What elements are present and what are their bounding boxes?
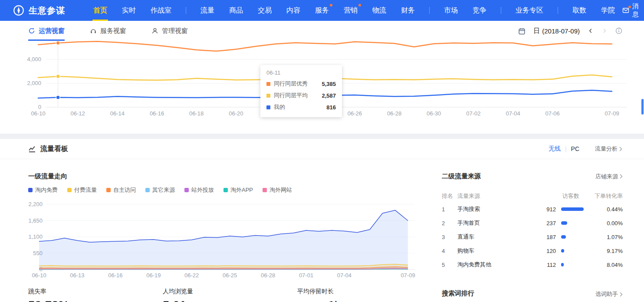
source-name[interactable]: 手淘搜索 <box>457 205 518 213</box>
calendar-icon[interactable] <box>518 27 526 35</box>
tab-management-label: 管理视窗 <box>162 27 188 35</box>
metric-bounce-rate: 跳失率 59.73% <box>28 288 69 302</box>
visitors-bar <box>561 263 564 266</box>
shop-source-link[interactable]: 店铺来源 <box>595 173 623 181</box>
logo[interactable]: 生意参谋 <box>13 5 65 16</box>
message-icon <box>622 7 629 14</box>
word-picker-label: 选词助手 <box>595 290 618 298</box>
nav-item-compete[interactable]: 竞争 <box>472 0 487 21</box>
legend-item[interactable]: 站外投放 <box>184 186 214 194</box>
series-swatch <box>266 105 270 109</box>
source-name[interactable]: 直通车 <box>457 233 518 241</box>
next-date-button[interactable] <box>601 28 608 34</box>
visitors-cell: 237 <box>518 220 556 226</box>
nav-item-trade[interactable]: 交易 <box>257 0 273 21</box>
header-source: 流量来源 <box>457 192 518 200</box>
svg-text:06-28: 06-28 <box>387 110 401 117</box>
metric-label: 平均停留时长 <box>297 288 340 295</box>
svg-text:06-22: 06-22 <box>184 272 199 279</box>
toggle-separator: | <box>565 145 567 152</box>
date-controls: 日 (2018-07-09) <box>518 27 622 35</box>
nav-item-war-room[interactable]: 作战室 <box>150 0 172 21</box>
visitors-bar <box>561 221 567 225</box>
nav-item-academy[interactable]: 学院 <box>600 0 616 21</box>
traffic-analysis-link[interactable]: 流量分析 <box>595 145 622 153</box>
nav-item-message[interactable]: 消息 <box>622 2 639 19</box>
metric-value: 17.48秒 <box>297 299 340 302</box>
visitors-cell: 120 <box>518 248 556 254</box>
legend-swatch <box>223 188 228 192</box>
svg-text:07-01: 07-01 <box>299 272 313 279</box>
series-value: 2,587 <box>322 92 336 99</box>
nav-item-content[interactable]: 内容 <box>286 0 301 21</box>
nav-item-logistics[interactable]: 物流 <box>371 0 387 21</box>
legend-item[interactable]: 淘外网站 <box>263 186 292 194</box>
legend-item[interactable]: 自主访问 <box>106 186 136 194</box>
nav-item-goods[interactable]: 商品 <box>228 0 244 21</box>
legend-swatch <box>145 188 150 192</box>
nav-divider <box>186 7 186 14</box>
tab-operation-view[interactable]: 运营视窗 <box>28 21 65 41</box>
legend-item[interactable]: 付费流量 <box>67 186 97 194</box>
svg-text:4,000: 4,000 <box>27 56 41 62</box>
source-row[interactable]: 2 手淘首页 237 0.00% <box>442 216 623 230</box>
header-rank: 排名 <box>442 192 457 200</box>
svg-text:2,200: 2,200 <box>28 201 43 207</box>
source-table-header: 排名 流量来源 访客数 下单转化率 <box>442 190 623 202</box>
legend-swatch <box>106 188 111 192</box>
source-row[interactable]: 3 直通车 187 1.07% <box>442 230 623 244</box>
chevron-right-icon <box>619 147 622 151</box>
svg-text:0: 0 <box>38 104 41 110</box>
legend-item[interactable]: 其它来源 <box>145 186 175 194</box>
nav-item-service[interactable]: 服务 <box>314 0 330 21</box>
source-name[interactable]: 手淘首页 <box>457 219 518 227</box>
source-name[interactable]: 淘内免费其他 <box>457 261 518 269</box>
toggle-pc[interactable]: PC <box>571 145 579 152</box>
headset-icon <box>90 27 97 34</box>
nav-item-realtime[interactable]: 实时 <box>121 0 137 21</box>
nav-item-home[interactable]: 首页 <box>92 0 108 21</box>
legend-item[interactable]: 淘内免费 <box>28 186 58 194</box>
legend-item[interactable]: 淘外APP <box>223 186 253 194</box>
source-name[interactable]: 购物车 <box>457 247 518 255</box>
scrollbar-thumb[interactable] <box>641 99 644 115</box>
source-row[interactable]: 5 淘内免费其他 112 8.04% <box>442 258 623 272</box>
chevron-right-icon <box>620 174 623 179</box>
svg-text:07-09: 07-09 <box>605 110 619 117</box>
metric-value: 5.01 <box>163 299 193 302</box>
primary-trend-area-chart[interactable]: 05501,1001,6502,20006-1006-1306-1606-190… <box>0 200 425 282</box>
prev-date-button[interactable] <box>588 28 594 34</box>
word-picker-link[interactable]: 选词助手 <box>595 290 623 298</box>
tooltip-date: 06-11 <box>266 69 336 76</box>
visitors-bar <box>561 249 564 253</box>
metric-value: 59.73% <box>28 299 69 302</box>
conversion-cell: 8.04% <box>584 262 623 268</box>
nav-item-service-label: 服务 <box>315 6 329 15</box>
nav-item-business-zone[interactable]: 业务专区 <box>515 0 544 21</box>
traffic-board-controls: 无线 | PC 流量分析 <box>549 145 622 153</box>
source-row[interactable]: 4 购物车 120 9.17% <box>442 244 623 258</box>
traffic-board-title: 流量看板 <box>40 144 68 154</box>
source-row[interactable]: 1 手淘搜索 912 0.44% <box>442 202 623 216</box>
toggle-wireless[interactable]: 无线 <box>549 145 561 153</box>
svg-text:06-25: 06-25 <box>223 272 237 279</box>
nav-item-traffic[interactable]: 流量 <box>200 0 215 21</box>
nav-item-finance[interactable]: 财务 <box>400 0 416 21</box>
nav-item-market[interactable]: 市场 <box>443 0 459 21</box>
date-display[interactable]: 日 (2018-07-09) <box>533 27 580 35</box>
tab-service-view[interactable]: 服务视窗 <box>90 21 126 41</box>
svg-text:06-30: 06-30 <box>427 110 441 117</box>
header-visitors: 访客数 <box>518 192 584 200</box>
primary-nav: 首页 实时 作战室 流量 商品 交易 内容 服务 营销 物流 财务 市场 竞争 … <box>86 0 622 21</box>
nav-item-marketing[interactable]: 营销 <box>343 0 358 21</box>
overview-trend-card: 运营视窗 服务视窗 管理视窗 日 (2018-07-09) <box>0 21 644 134</box>
visitors-bar <box>561 235 566 239</box>
svg-text:06-12: 06-12 <box>71 110 85 117</box>
info-icon[interactable] <box>615 27 622 34</box>
rank-cell: 4 <box>442 248 457 254</box>
line-chart-icon <box>28 145 36 153</box>
visitors-cell: 912 <box>518 206 556 213</box>
tab-management-view[interactable]: 管理视窗 <box>151 21 188 41</box>
nav-item-fetch-data[interactable]: 取数 <box>572 0 587 21</box>
svg-text:06-16: 06-16 <box>150 110 164 117</box>
